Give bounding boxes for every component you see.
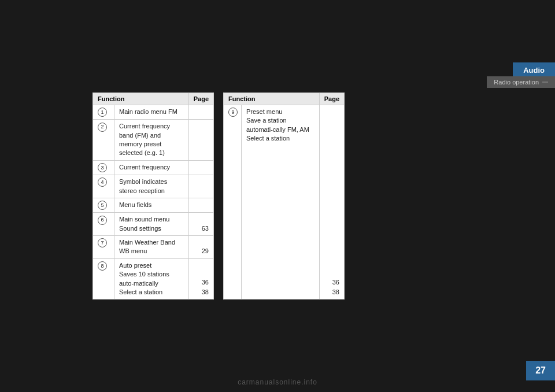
table-row: 3 Current frequency xyxy=(93,160,214,175)
left-function-table: Function Page 1 Main radio menu FM 2 Cur… xyxy=(92,93,214,299)
row-func-6: Main sound menuSound settings xyxy=(114,213,189,236)
circle-7: 7 xyxy=(98,238,107,247)
row-num-4: 4 xyxy=(93,175,114,198)
row-func-3: Current frequency xyxy=(114,160,189,175)
row-func-7: Main Weather Band WB menu xyxy=(114,236,189,259)
right-page-header: Page xyxy=(319,93,344,105)
row-page-3 xyxy=(188,160,213,175)
row-num-7: 7 xyxy=(93,236,114,259)
row-func-5: Menu fields xyxy=(114,198,189,212)
row-num-1: 1 xyxy=(93,105,114,120)
left-function-header: Function xyxy=(93,93,189,105)
main-content: Function Page 1 Main radio menu FM 2 Cur… xyxy=(92,93,345,299)
circle-8: 8 xyxy=(98,261,107,271)
row-page-8: 36 38 xyxy=(188,258,213,299)
row-page-5 xyxy=(188,198,213,212)
circle-2: 2 xyxy=(98,123,107,132)
table-row: 9 Preset menu Save a station automati-ca… xyxy=(224,105,345,299)
row-num-5: 5 xyxy=(93,198,114,212)
table-row: 1 Main radio menu FM xyxy=(93,105,214,120)
radio-operation-label: Radio operation xyxy=(494,79,539,86)
row-num-8: 8 xyxy=(93,258,114,299)
row-page-1 xyxy=(188,105,213,120)
circle-6: 6 xyxy=(98,216,107,225)
row-func-2: Current frequency band (FM) and memory p… xyxy=(114,120,189,161)
left-page-header: Page xyxy=(188,93,213,105)
row-num-9: 9 xyxy=(224,105,242,299)
table-row: 8 Auto preset Saves 10 stations auto-mat… xyxy=(93,258,214,299)
row-page-2 xyxy=(188,120,213,161)
row-func-1: Main radio menu FM xyxy=(114,105,189,120)
circle-3: 3 xyxy=(98,163,107,172)
row-func-9: Preset menu Save a station automati-call… xyxy=(242,105,320,299)
watermark: carmanualsonline.info xyxy=(238,378,317,386)
right-function-header: Function xyxy=(224,93,320,105)
row-page-6: 63 xyxy=(188,213,213,236)
circle-1: 1 xyxy=(98,108,107,117)
right-function-table: Function Page 9 Preset menu Save a stati… xyxy=(223,93,345,299)
page-number: 27 xyxy=(526,361,555,380)
row-page-9: 36 38 xyxy=(319,105,344,299)
section-page-indicator xyxy=(542,82,548,83)
row-page-7: 29 xyxy=(188,236,213,259)
row-num-3: 3 xyxy=(93,160,114,175)
table-row: 6 Main sound menuSound settings 63 xyxy=(93,213,214,236)
row-func-4: Symbol indicates stereo reception xyxy=(114,175,189,198)
table-row: 2 Current frequency band (FM) and memory… xyxy=(93,120,214,161)
circle-5: 5 xyxy=(98,201,107,210)
row-page-4 xyxy=(188,175,213,198)
row-func-8: Auto preset Saves 10 stations auto-matic… xyxy=(114,258,189,299)
audio-label: Audio xyxy=(523,66,545,75)
circle-9: 9 xyxy=(228,108,238,117)
table-row: 7 Main Weather Band WB menu 29 xyxy=(93,236,214,259)
row-num-6: 6 xyxy=(93,213,114,236)
table-row: 5 Menu fields xyxy=(93,198,214,212)
audio-tab: Audio xyxy=(513,62,555,78)
table-row: 4 Symbol indicates stereo reception xyxy=(93,175,214,198)
radio-operation-tab: Radio operation xyxy=(487,76,555,88)
page-num-label: 27 xyxy=(535,365,546,375)
row-num-2: 2 xyxy=(93,120,114,161)
circle-4: 4 xyxy=(98,177,107,187)
